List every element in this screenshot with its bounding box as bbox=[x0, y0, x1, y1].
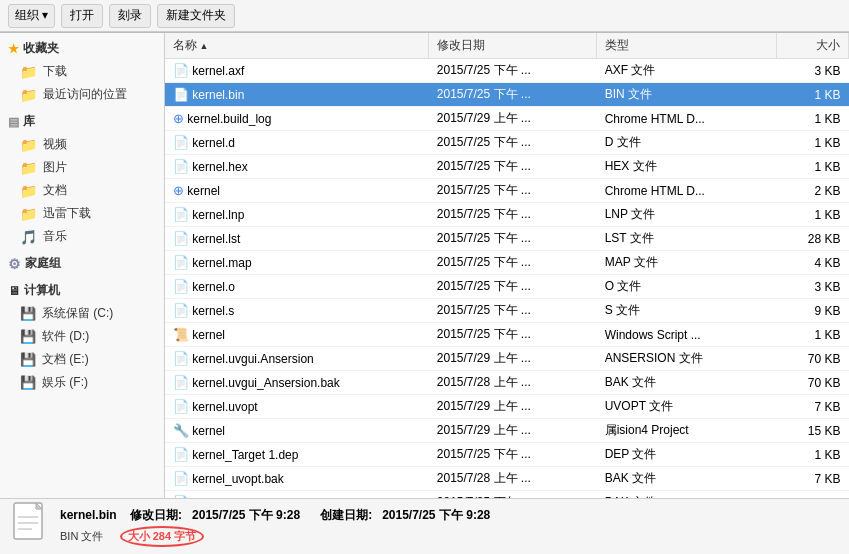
computer-label: 计算机 bbox=[24, 282, 60, 299]
homegroup-header: ⚙ 家庭组 bbox=[0, 252, 164, 275]
file-name-cell: 📄 kernel.hex bbox=[165, 155, 429, 179]
table-row[interactable]: 🔧 kernel2015/7/29 上午 ...属ision4 Project1… bbox=[165, 419, 849, 443]
col-header-date[interactable]: 修改日期 bbox=[429, 33, 597, 59]
sidebar-item-video[interactable]: 📁 视频 bbox=[0, 133, 164, 156]
organize-label: 组织 ▾ bbox=[15, 7, 48, 24]
table-row[interactable]: 📄 kernel_uvopt.bak2015/7/28 上午 ...BAK 文件… bbox=[165, 467, 849, 491]
table-row[interactable]: 📄 kernel.d2015/7/25 下午 ...D 文件1 KB bbox=[165, 131, 849, 155]
col-header-size[interactable]: 大小 bbox=[777, 33, 849, 59]
status-filetype: BIN 文件 bbox=[60, 530, 103, 542]
table-row[interactable]: 📄 kernel.o2015/7/25 下午 ...O 文件3 KB bbox=[165, 275, 849, 299]
file-date-cell: 2015/7/28 上午 ... bbox=[429, 467, 597, 491]
file-size-cell: 3 KB bbox=[777, 59, 849, 83]
sidebar-item-e-drive[interactable]: 💾 文档 (E:) bbox=[0, 348, 164, 371]
sidebar-item-f-drive[interactable]: 💾 娱乐 (F:) bbox=[0, 371, 164, 394]
table-row[interactable]: ⊕ kernel2015/7/25 下午 ...Chrome HTML D...… bbox=[165, 179, 849, 203]
toolbar: 组织 ▾ 打开 刻录 新建文件夹 bbox=[0, 0, 849, 32]
file-type-cell: Chrome HTML D... bbox=[597, 107, 777, 131]
sidebar-item-docs-label: 文档 bbox=[43, 182, 67, 199]
sidebar-item-pictures[interactable]: 📁 图片 bbox=[0, 156, 164, 179]
file-type-cell: Chrome HTML D... bbox=[597, 179, 777, 203]
status-modify-label: 修改日期: bbox=[130, 508, 182, 522]
file-size-cell: 7 KB bbox=[777, 395, 849, 419]
file-list-table: 名称 修改日期 类型 大小 📄 kernel.axf2015/7/25 下午 .… bbox=[165, 33, 849, 498]
file-size-cell: 1 KB bbox=[777, 323, 849, 347]
file-name-cell: 📄 kernel_uvopt.bak bbox=[165, 467, 429, 491]
sidebar-item-e-drive-label: 文档 (E:) bbox=[42, 351, 89, 368]
file-type-cell: MAP 文件 bbox=[597, 251, 777, 275]
file-type-cell: 属ision4 Project bbox=[597, 419, 777, 443]
table-row[interactable]: 📄 kernel.uvgui.Ansersion2015/7/29 上午 ...… bbox=[165, 347, 849, 371]
burn-button[interactable]: 刻录 bbox=[109, 4, 151, 28]
file-type-cell: S 文件 bbox=[597, 299, 777, 323]
table-row[interactable]: 📄 kernel.uvopt2015/7/29 上午 ...UVOPT 文件7 … bbox=[165, 395, 849, 419]
table-row[interactable]: 📄 kernel.uvgui_Ansersion.bak2015/7/28 上午… bbox=[165, 371, 849, 395]
sidebar-item-music[interactable]: 🎵 音乐 bbox=[0, 225, 164, 248]
drive-icon-d: 💾 bbox=[20, 329, 36, 344]
col-header-type[interactable]: 类型 bbox=[597, 33, 777, 59]
file-type-cell: Windows Script ... bbox=[597, 323, 777, 347]
main-container: ★ 收藏夹 📁 下载 📁 最近访问的位置 ▤ 库 📁 视频 � bbox=[0, 32, 849, 498]
file-name-cell: 📄 kernel.bin bbox=[165, 83, 429, 107]
libraries-header: ▤ 库 bbox=[0, 110, 164, 133]
table-row[interactable]: 📄 kernel.s2015/7/25 下午 ...S 文件9 KB bbox=[165, 299, 849, 323]
open-button[interactable]: 打开 bbox=[61, 4, 103, 28]
sidebar-item-downloads[interactable]: 📁 下载 bbox=[0, 60, 164, 83]
computer-icon: 🖥 bbox=[8, 284, 20, 298]
table-row[interactable]: 📄 kernel.lnp2015/7/25 下午 ...LNP 文件1 KB bbox=[165, 203, 849, 227]
file-date-cell: 2015/7/25 下午 ... bbox=[429, 179, 597, 203]
file-date-cell: 2015/7/25 下午 ... bbox=[429, 83, 597, 107]
file-name-cell: 📄 kernel.uvopt bbox=[165, 395, 429, 419]
file-size-cell: 1 KB bbox=[777, 443, 849, 467]
sidebar-item-pictures-label: 图片 bbox=[43, 159, 67, 176]
file-size-cell: 70 KB bbox=[777, 347, 849, 371]
file-size-cell: 0 KB bbox=[777, 491, 849, 499]
file-size-cell: 1 KB bbox=[777, 203, 849, 227]
burn-label: 刻录 bbox=[118, 7, 142, 24]
favorites-header: ★ 收藏夹 bbox=[0, 37, 164, 60]
homegroup-icon: ⚙ bbox=[8, 256, 21, 272]
library-icon: ▤ bbox=[8, 115, 19, 129]
file-size-cell: 9 KB bbox=[777, 299, 849, 323]
sidebar-item-thunder[interactable]: 📁 迅雷下载 bbox=[0, 202, 164, 225]
new-folder-button[interactable]: 新建文件夹 bbox=[157, 4, 235, 28]
file-date-cell: 2015/7/29 上午 ... bbox=[429, 107, 597, 131]
table-row[interactable]: 📄 kernel.hex2015/7/25 下午 ...HEX 文件1 KB bbox=[165, 155, 849, 179]
table-row[interactable]: ⊕ kernel.build_log2015/7/29 上午 ...Chrome… bbox=[165, 107, 849, 131]
file-name-cell: ⊕ kernel bbox=[165, 179, 429, 203]
organize-button[interactable]: 组织 ▾ bbox=[8, 4, 55, 28]
file-size-cell: 3 KB bbox=[777, 275, 849, 299]
drive-icon-f: 💾 bbox=[20, 375, 36, 390]
sidebar-item-downloads-label: 下载 bbox=[43, 63, 67, 80]
col-header-name[interactable]: 名称 bbox=[165, 33, 429, 59]
sidebar-item-recent[interactable]: 📁 最近访问的位置 bbox=[0, 83, 164, 106]
table-row[interactable]: 📄 kernel_Target 1.dep2015/7/25 下午 ...DEP… bbox=[165, 443, 849, 467]
sidebar-item-music-label: 音乐 bbox=[43, 228, 67, 245]
computer-section: 🖥 计算机 💾 系统保留 (C:) 💾 软件 (D:) 💾 文档 (E:) 💾 … bbox=[0, 279, 164, 394]
table-row[interactable]: 📄 kernel.map2015/7/25 下午 ...MAP 文件4 KB bbox=[165, 251, 849, 275]
table-row[interactable]: 📄 kernel.axf2015/7/25 下午 ...AXF 文件3 KB bbox=[165, 59, 849, 83]
table-row[interactable]: 📜 kernel2015/7/25 下午 ...Windows Script .… bbox=[165, 323, 849, 347]
table-row[interactable]: 📄 kernel.uvproi.bak2015/7/25 下午 ...BAK 文… bbox=[165, 491, 849, 499]
status-filename: kernel.bin 修改日期: 2015/7/25 下午 9:28 创建日期:… bbox=[60, 507, 490, 524]
homegroup-section: ⚙ 家庭组 bbox=[0, 252, 164, 275]
file-date-cell: 2015/7/25 下午 ... bbox=[429, 275, 597, 299]
libraries-section: ▤ 库 📁 视频 📁 图片 📁 文档 📁 迅雷下载 🎵 音乐 bbox=[0, 110, 164, 248]
file-size-cell: 1 KB bbox=[777, 83, 849, 107]
file-date-cell: 2015/7/29 上午 ... bbox=[429, 419, 597, 443]
file-name-cell: 📄 kernel_Target 1.dep bbox=[165, 443, 429, 467]
sidebar-item-c-drive-label: 系统保留 (C:) bbox=[42, 305, 113, 322]
file-date-cell: 2015/7/25 下午 ... bbox=[429, 203, 597, 227]
file-size-cell: 2 KB bbox=[777, 179, 849, 203]
status-file-icon bbox=[12, 501, 48, 553]
file-size-cell: 28 KB bbox=[777, 227, 849, 251]
status-create-date: 2015/7/25 下午 9:28 bbox=[382, 508, 490, 522]
sidebar-item-d-drive[interactable]: 💾 软件 (D:) bbox=[0, 325, 164, 348]
sidebar-item-c-drive[interactable]: 💾 系统保留 (C:) bbox=[0, 302, 164, 325]
table-row[interactable]: 📄 kernel.lst2015/7/25 下午 ...LST 文件28 KB bbox=[165, 227, 849, 251]
file-size-cell: 1 KB bbox=[777, 155, 849, 179]
file-name-cell: 📄 kernel.uvgui_Ansersion.bak bbox=[165, 371, 429, 395]
table-row[interactable]: 📄 kernel.bin2015/7/25 下午 ...BIN 文件1 KB bbox=[165, 83, 849, 107]
sidebar-item-docs[interactable]: 📁 文档 bbox=[0, 179, 164, 202]
file-table: 名称 修改日期 类型 大小 📄 kernel.axf2015/7/25 下午 .… bbox=[165, 33, 849, 498]
